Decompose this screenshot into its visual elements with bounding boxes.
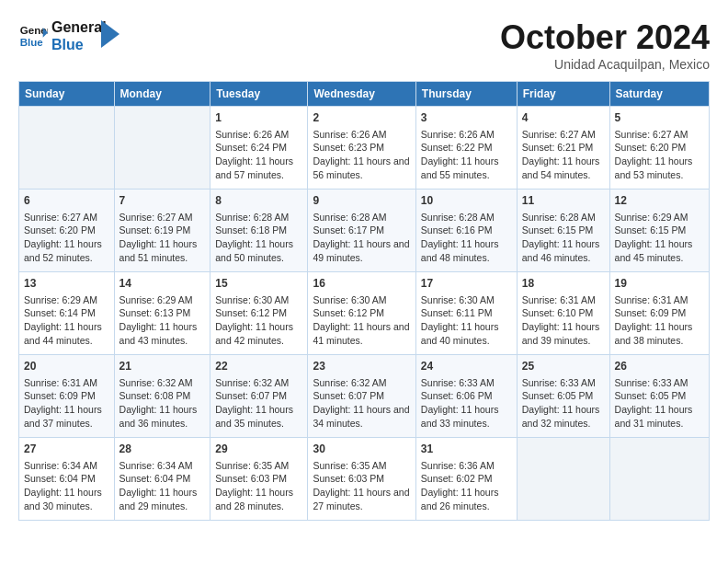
day-info: Sunrise: 6:27 AMSunset: 6:21 PMDaylight:…	[522, 128, 605, 182]
calendar-cell: 1Sunrise: 6:26 AMSunset: 6:24 PMDaylight…	[210, 107, 308, 190]
calendar-cell: 17Sunrise: 6:30 AMSunset: 6:11 PMDayligh…	[415, 272, 517, 355]
calendar-cell	[517, 438, 609, 521]
calendar-cell: 4Sunrise: 6:27 AMSunset: 6:21 PMDaylight…	[517, 107, 609, 190]
day-info: Sunrise: 6:31 AMSunset: 6:10 PMDaylight:…	[522, 293, 605, 348]
day-number: 24	[421, 359, 512, 374]
logo-arrow	[101, 20, 119, 48]
day-info: Sunrise: 6:33 AMSunset: 6:06 PMDaylight:…	[421, 376, 512, 431]
calendar-cell: 25Sunrise: 6:33 AMSunset: 6:05 PMDayligh…	[517, 355, 609, 438]
calendar-week-3: 13Sunrise: 6:29 AMSunset: 6:14 PMDayligh…	[19, 272, 710, 355]
day-number: 17	[421, 276, 512, 292]
day-number: 4	[522, 110, 605, 126]
day-info: Sunrise: 6:27 AMSunset: 6:20 PMDaylight:…	[615, 128, 704, 182]
day-info: Sunrise: 6:34 AMSunset: 6:04 PMDaylight:…	[119, 459, 206, 513]
calendar-cell: 14Sunrise: 6:29 AMSunset: 6:13 PMDayligh…	[114, 272, 210, 355]
weekday-header-thursday: Thursday	[415, 82, 517, 107]
day-number: 15	[215, 276, 302, 292]
calendar-week-1: 1Sunrise: 6:26 AMSunset: 6:24 PMDaylight…	[19, 107, 710, 190]
day-info: Sunrise: 6:33 AMSunset: 6:05 PMDaylight:…	[615, 376, 704, 431]
day-info: Sunrise: 6:29 AMSunset: 6:15 PMDaylight:…	[615, 211, 704, 265]
logo-blue: Blue	[51, 36, 107, 53]
calendar-cell: 27Sunrise: 6:34 AMSunset: 6:04 PMDayligh…	[19, 438, 115, 521]
day-number: 8	[215, 193, 302, 209]
weekday-header-sunday: Sunday	[19, 82, 115, 107]
calendar-cell: 7Sunrise: 6:27 AMSunset: 6:19 PMDaylight…	[114, 190, 210, 272]
month-title: October 2024	[500, 18, 710, 57]
calendar-cell	[609, 438, 709, 521]
day-number: 7	[119, 193, 206, 209]
logo: General Blue General Blue	[18, 18, 119, 53]
calendar-week-2: 6Sunrise: 6:27 AMSunset: 6:20 PMDaylight…	[19, 190, 710, 272]
calendar-cell: 2Sunrise: 6:26 AMSunset: 6:23 PMDaylight…	[308, 107, 415, 190]
calendar-cell: 3Sunrise: 6:26 AMSunset: 6:22 PMDaylight…	[415, 107, 517, 190]
calendar-cell: 10Sunrise: 6:28 AMSunset: 6:16 PMDayligh…	[415, 190, 517, 272]
calendar-cell: 11Sunrise: 6:28 AMSunset: 6:15 PMDayligh…	[517, 190, 609, 272]
day-info: Sunrise: 6:30 AMSunset: 6:11 PMDaylight:…	[421, 293, 512, 348]
day-info: Sunrise: 6:27 AMSunset: 6:19 PMDaylight:…	[119, 211, 206, 265]
weekday-header-monday: Monday	[114, 82, 210, 107]
day-number: 18	[522, 276, 605, 292]
calendar-cell: 31Sunrise: 6:36 AMSunset: 6:02 PMDayligh…	[415, 438, 517, 521]
day-number: 25	[522, 359, 605, 374]
calendar-cell: 22Sunrise: 6:32 AMSunset: 6:07 PMDayligh…	[210, 355, 308, 438]
day-info: Sunrise: 6:36 AMSunset: 6:02 PMDaylight:…	[421, 459, 512, 513]
day-info: Sunrise: 6:26 AMSunset: 6:22 PMDaylight:…	[421, 128, 512, 182]
day-info: Sunrise: 6:35 AMSunset: 6:03 PMDaylight:…	[215, 459, 302, 513]
day-number: 22	[215, 359, 302, 374]
day-number: 23	[313, 359, 410, 374]
day-info: Sunrise: 6:27 AMSunset: 6:20 PMDaylight:…	[24, 211, 109, 265]
page-header: General Blue General Blue October 2024 U…	[18, 18, 710, 72]
day-info: Sunrise: 6:32 AMSunset: 6:07 PMDaylight:…	[313, 376, 410, 431]
calendar-cell: 12Sunrise: 6:29 AMSunset: 6:15 PMDayligh…	[609, 190, 709, 272]
svg-text:Blue: Blue	[20, 37, 44, 48]
logo-text: General	[51, 18, 107, 36]
day-info: Sunrise: 6:31 AMSunset: 6:09 PMDaylight:…	[615, 293, 704, 348]
calendar-cell: 5Sunrise: 6:27 AMSunset: 6:20 PMDaylight…	[609, 107, 709, 190]
day-info: Sunrise: 6:28 AMSunset: 6:15 PMDaylight:…	[522, 211, 605, 265]
day-info: Sunrise: 6:32 AMSunset: 6:08 PMDaylight:…	[119, 376, 206, 431]
day-number: 12	[615, 193, 704, 209]
day-info: Sunrise: 6:28 AMSunset: 6:16 PMDaylight:…	[421, 211, 512, 265]
day-number: 30	[313, 442, 410, 457]
logo-icon: General Blue	[18, 21, 48, 51]
calendar-cell: 13Sunrise: 6:29 AMSunset: 6:14 PMDayligh…	[19, 272, 115, 355]
day-number: 20	[24, 359, 109, 374]
day-number: 31	[421, 442, 512, 457]
calendar-cell: 30Sunrise: 6:35 AMSunset: 6:03 PMDayligh…	[308, 438, 415, 521]
day-info: Sunrise: 6:29 AMSunset: 6:13 PMDaylight:…	[119, 293, 206, 348]
calendar-cell: 28Sunrise: 6:34 AMSunset: 6:04 PMDayligh…	[114, 438, 210, 521]
day-number: 1	[215, 110, 302, 126]
day-info: Sunrise: 6:28 AMSunset: 6:17 PMDaylight:…	[313, 211, 410, 265]
day-number: 28	[119, 442, 206, 457]
weekday-header-tuesday: Tuesday	[210, 82, 308, 107]
day-info: Sunrise: 6:30 AMSunset: 6:12 PMDaylight:…	[215, 293, 302, 348]
day-number: 14	[119, 276, 206, 292]
weekday-header-row: SundayMondayTuesdayWednesdayThursdayFrid…	[19, 82, 710, 107]
day-number: 3	[421, 110, 512, 126]
calendar-cell: 8Sunrise: 6:28 AMSunset: 6:18 PMDaylight…	[210, 190, 308, 272]
calendar-cell: 9Sunrise: 6:28 AMSunset: 6:17 PMDaylight…	[308, 190, 415, 272]
calendar-cell: 23Sunrise: 6:32 AMSunset: 6:07 PMDayligh…	[308, 355, 415, 438]
calendar-cell	[19, 107, 115, 190]
calendar-cell: 19Sunrise: 6:31 AMSunset: 6:09 PMDayligh…	[609, 272, 709, 355]
day-info: Sunrise: 6:35 AMSunset: 6:03 PMDaylight:…	[313, 459, 410, 513]
calendar-cell: 16Sunrise: 6:30 AMSunset: 6:12 PMDayligh…	[308, 272, 415, 355]
location-subtitle: Unidad Acaquilpan, Mexico	[500, 57, 710, 72]
calendar-cell: 21Sunrise: 6:32 AMSunset: 6:08 PMDayligh…	[114, 355, 210, 438]
day-number: 29	[215, 442, 302, 457]
day-info: Sunrise: 6:33 AMSunset: 6:05 PMDaylight:…	[522, 376, 605, 431]
day-info: Sunrise: 6:26 AMSunset: 6:23 PMDaylight:…	[313, 128, 410, 182]
title-block: October 2024 Unidad Acaquilpan, Mexico	[500, 18, 710, 72]
weekday-header-friday: Friday	[517, 82, 609, 107]
day-info: Sunrise: 6:30 AMSunset: 6:12 PMDaylight:…	[313, 293, 410, 348]
calendar-week-5: 27Sunrise: 6:34 AMSunset: 6:04 PMDayligh…	[19, 438, 710, 521]
calendar-week-4: 20Sunrise: 6:31 AMSunset: 6:09 PMDayligh…	[19, 355, 710, 438]
calendar-cell: 6Sunrise: 6:27 AMSunset: 6:20 PMDaylight…	[19, 190, 115, 272]
day-info: Sunrise: 6:31 AMSunset: 6:09 PMDaylight:…	[24, 376, 109, 431]
day-info: Sunrise: 6:32 AMSunset: 6:07 PMDaylight:…	[215, 376, 302, 431]
weekday-header-saturday: Saturday	[609, 82, 709, 107]
day-number: 9	[313, 193, 410, 209]
day-info: Sunrise: 6:26 AMSunset: 6:24 PMDaylight:…	[215, 128, 302, 182]
day-number: 5	[615, 110, 704, 126]
day-number: 19	[615, 276, 704, 292]
